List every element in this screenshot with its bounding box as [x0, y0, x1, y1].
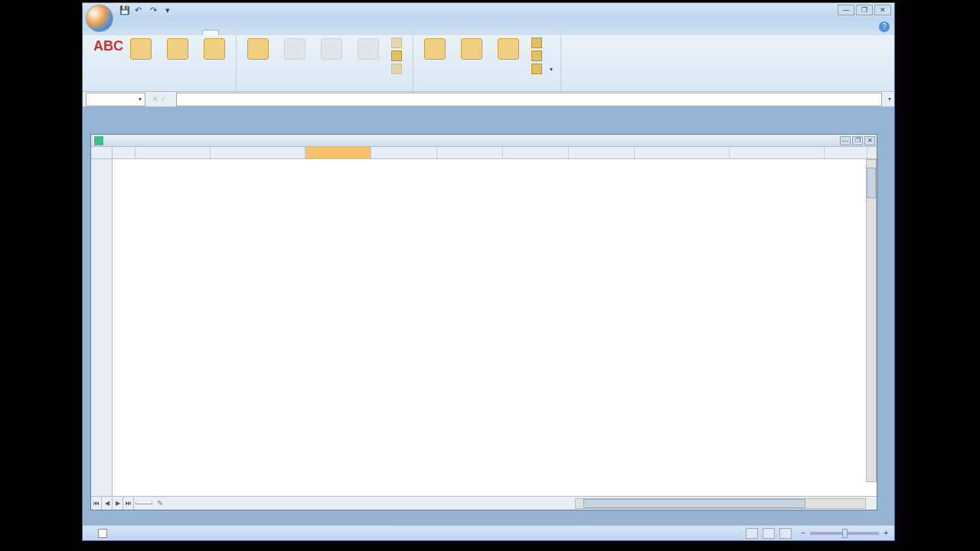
column-headers [91, 147, 877, 159]
col-header-H[interactable] [569, 147, 635, 158]
previous-comment-button[interactable] [315, 37, 348, 63]
col-header-G[interactable] [503, 147, 569, 158]
tab-review[interactable] [202, 30, 219, 35]
first-sheet-button[interactable]: ⏮ [91, 497, 102, 510]
workbook-window: — ❐ ✕ [90, 134, 877, 510]
name-box[interactable]: ▾ [86, 93, 145, 106]
translate-button[interactable] [198, 37, 231, 63]
workbook-titlebar: — ❐ ✕ [91, 135, 877, 147]
pagelayout-view-button[interactable] [763, 528, 775, 539]
vertical-scrollbar[interactable] [866, 159, 877, 482]
show-all-comments-button[interactable] [388, 50, 408, 62]
save-icon[interactable]: 💾 [119, 5, 130, 16]
statusbar: − + [83, 525, 894, 540]
wb-minimize-button[interactable]: — [840, 136, 851, 145]
pagebreak-view-button[interactable] [779, 528, 792, 539]
changes-group-label [418, 89, 556, 90]
col-header-B[interactable] [136, 147, 211, 158]
new-comment-button[interactable] [241, 37, 275, 63]
track-changes-button[interactable]: ▾ [528, 63, 556, 75]
ribbon-tabs [83, 18, 894, 35]
thesaurus-button[interactable] [161, 37, 194, 63]
undo-icon[interactable]: ↶ [135, 5, 145, 16]
col-header-J[interactable] [730, 147, 825, 158]
office-button[interactable] [86, 5, 113, 32]
last-sheet-button[interactable]: ⏭ [123, 497, 134, 510]
col-header-K[interactable] [825, 147, 867, 158]
workbook-icon [94, 136, 103, 145]
titlebar: 💾 ↶ ↷ ▾ — ❐ ✕ [83, 3, 894, 18]
excel-window: 💾 ↶ ↷ ▾ — ❐ ✕ ? ABC [82, 2, 895, 541]
wb-maximize-button[interactable]: ❐ [852, 136, 863, 145]
new-sheet-icon[interactable]: ✎ [157, 499, 163, 507]
research-button[interactable] [124, 37, 158, 63]
sheet-tab-bar: ⏮ ◀ ▶ ⏭ ✎ [91, 496, 877, 510]
comments-group-label [241, 89, 408, 90]
next-sheet-button[interactable]: ▶ [113, 497, 123, 510]
protect-workbook-button[interactable] [455, 37, 488, 63]
cancel-formula-icon[interactable]: ✕ [152, 94, 158, 104]
zoom-out-button[interactable]: − [801, 529, 805, 537]
formula-bar: ▾ ✕✓ ▾ [83, 92, 894, 107]
horizontal-scrollbar[interactable] [575, 498, 866, 509]
show-hide-comment-button[interactable] [388, 37, 408, 49]
col-header-I[interactable] [635, 147, 730, 158]
minimize-button[interactable]: — [838, 5, 854, 15]
enter-formula-icon[interactable]: ✓ [160, 94, 167, 104]
row-headers [91, 159, 113, 496]
show-ink-button[interactable] [388, 63, 408, 75]
maximize-button[interactable]: ❐ [856, 5, 873, 15]
proofing-group-label [87, 89, 231, 90]
help-icon[interactable]: ? [879, 21, 890, 32]
formula-input[interactable] [176, 93, 882, 106]
protect-sheet-button[interactable] [418, 37, 452, 63]
quick-access-toolbar: 💾 ↶ ↷ ▾ [119, 5, 176, 16]
spelling-button[interactable]: ABC [87, 37, 121, 63]
delete-comment-button[interactable] [278, 37, 312, 63]
redo-icon[interactable]: ↷ [150, 5, 161, 16]
workspace: — ❐ ✕ [83, 107, 894, 525]
col-header-F[interactable] [437, 147, 503, 158]
macro-record-icon[interactable] [98, 529, 107, 538]
share-workbook-button[interactable] [492, 37, 525, 63]
prev-sheet-button[interactable]: ◀ [102, 497, 113, 510]
grid[interactable] [113, 159, 877, 496]
zoom-in-button[interactable]: + [884, 529, 888, 537]
wb-close-button[interactable]: ✕ [864, 136, 875, 145]
allow-users-button[interactable] [528, 50, 556, 62]
col-header-D[interactable] [305, 147, 371, 158]
col-header-A[interactable] [113, 147, 136, 158]
close-button[interactable]: ✕ [874, 5, 891, 15]
select-all-corner[interactable] [91, 147, 113, 158]
normal-view-button[interactable] [746, 528, 758, 539]
ribbon: ABC [83, 35, 894, 92]
sheet-tab-active[interactable] [136, 502, 152, 504]
zoom-slider[interactable] [810, 532, 879, 535]
col-header-C[interactable] [211, 147, 305, 158]
next-comment-button[interactable] [351, 37, 385, 63]
qat-dropdown-icon[interactable]: ▾ [165, 5, 176, 16]
expand-formula-icon[interactable]: ▾ [885, 96, 894, 103]
protect-share-button[interactable] [528, 37, 556, 49]
col-header-E[interactable] [371, 147, 437, 158]
